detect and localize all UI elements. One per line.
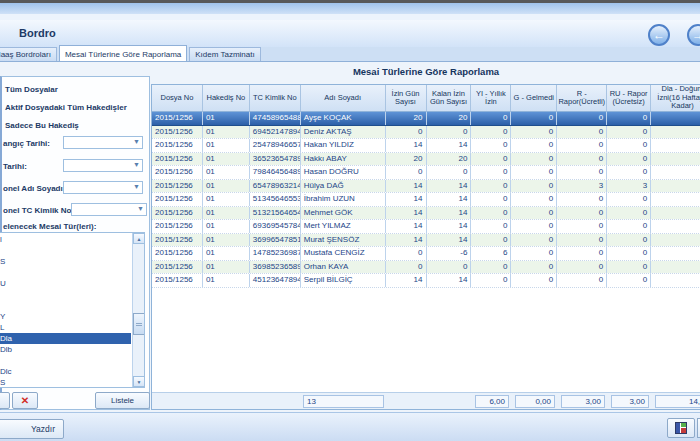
- list-item[interactable]: [0, 300, 131, 311]
- table-cell: 2015/1256: [152, 274, 203, 287]
- scrollbar-thumb[interactable]: [133, 313, 145, 335]
- list-item[interactable]: [0, 245, 131, 256]
- personnel-name-combo[interactable]: ▼: [63, 181, 143, 194]
- list-item[interactable]: S: [0, 256, 131, 267]
- personnel-tc-combo[interactable]: ▼: [71, 203, 147, 216]
- column-header-1[interactable]: Dosya No: [152, 85, 203, 112]
- tab-mesai-turlerine-gore-raporlama[interactable]: Mesai Türlerine Göre Raporlama: [59, 45, 187, 61]
- table-cell: 36985236589: [250, 261, 301, 274]
- radio-option-aktif-dosyadaki-tum-hakedisler[interactable]: Aktif Dosyadaki Tüm Hakedişler: [5, 103, 127, 112]
- mesai-types-listbox: lSUYLDlaDlbDlcSl ▲ ▼: [0, 232, 145, 388]
- column-header-7[interactable]: YI - Yıllık İzin: [471, 85, 511, 112]
- mesai-types-label: elenecek Mesai Tür(leri):: [3, 222, 96, 231]
- table-cell: [651, 207, 700, 220]
- back-button[interactable]: ←: [648, 24, 670, 46]
- table-cell: 2015/1256: [152, 139, 203, 152]
- table-row[interactable]: 2015/12560147458965488Ayşe KOÇAK20200000: [152, 112, 700, 126]
- table-cell: 0: [557, 166, 607, 179]
- start-date-combo[interactable]: ▼: [63, 136, 143, 149]
- table-cell: 0: [607, 193, 651, 206]
- arrow-right-icon: →: [692, 28, 700, 42]
- arrow-left-icon: ←: [653, 28, 665, 42]
- column-header-2[interactable]: Hakediş No: [203, 85, 250, 112]
- radio-option-sadece-bu-hakedis[interactable]: Sadece Bu Hakediş: [5, 121, 79, 130]
- table-row[interactable]: 2015/12560136996547851Murat ŞENSÖZ141400…: [152, 234, 700, 248]
- column-header-6[interactable]: Kalan İzin Gün Sayısı: [427, 85, 472, 112]
- scroll-down-icon[interactable]: ▼: [133, 376, 145, 387]
- scroll-up-icon[interactable]: ▲: [133, 233, 145, 244]
- table-cell: 0: [607, 234, 651, 247]
- table-cell: 14: [427, 180, 472, 193]
- table-cell: 14: [427, 193, 472, 206]
- table-cell: Hülya DAĞ: [301, 180, 386, 193]
- list-item[interactable]: Dlb: [0, 344, 131, 355]
- table-cell: [651, 112, 700, 125]
- column-header-10[interactable]: RU - Rapor (Ücretsiz): [607, 85, 651, 112]
- list-item[interactable]: Dlc: [0, 366, 131, 377]
- table-cell: 0: [511, 234, 557, 247]
- column-header-8[interactable]: G - Gelmedi: [511, 85, 557, 112]
- table-cell: [651, 234, 700, 247]
- table-row[interactable]: 2015/12560151345646553İbrahim UZUN141400…: [152, 193, 700, 207]
- table-cell: 0: [386, 247, 427, 260]
- table-cell: 01: [203, 207, 250, 220]
- list-item[interactable]: Y: [0, 311, 131, 322]
- table-cell: 2015/1256: [152, 234, 203, 247]
- clear-selection-button[interactable]: ✕: [12, 392, 38, 409]
- column-header-3[interactable]: TC Kimlik No: [250, 85, 301, 112]
- list-item[interactable]: Dla: [0, 333, 131, 344]
- print-button[interactable]: Yazdır: [0, 419, 64, 439]
- table-cell: 14: [386, 193, 427, 206]
- table-row[interactable]: 2015/12560145123647894Serpil BİLGİÇ14140…: [152, 274, 700, 288]
- table-cell: 0: [471, 274, 511, 287]
- table-cell: 0: [471, 207, 511, 220]
- personnel-name-label: onel Adı Soyadı:: [3, 184, 65, 193]
- table-cell: 0: [511, 207, 557, 220]
- table-row[interactable]: 2015/12560151321564654Mehmet GÖK14140000: [152, 207, 700, 221]
- listbox-scrollbar[interactable]: ▲ ▼: [132, 233, 144, 387]
- end-date-combo[interactable]: ▼: [63, 159, 143, 172]
- table-row[interactable]: 2015/12560114785236987Mustafa CENGİZ0-66…: [152, 247, 700, 261]
- export-button[interactable]: [667, 418, 695, 438]
- list-item[interactable]: U: [0, 278, 131, 289]
- column-header-4[interactable]: Adı Soyadı: [301, 85, 386, 112]
- table-cell: 14: [427, 139, 472, 152]
- table-cell: 0: [607, 247, 651, 260]
- table-cell: [651, 247, 700, 260]
- list-item[interactable]: [0, 289, 131, 300]
- table-row[interactable]: 2015/12560136985236589Orhan KAYA000000: [152, 261, 700, 275]
- table-cell: 0: [607, 166, 651, 179]
- list-item[interactable]: [0, 267, 131, 278]
- tab-kidem-tazminati[interactable]: Kıdem Tazminatı: [189, 47, 260, 61]
- filter-panel: Tüm Dosyalar Aktif Dosyadaki Tüm Hakediş…: [0, 76, 150, 410]
- list-item[interactable]: [0, 355, 131, 366]
- end-date-label: Tarihi:: [3, 162, 27, 171]
- table-cell: 2015/1256: [152, 220, 203, 233]
- table-row[interactable]: 2015/12560136523654789Hakkı ABAY20200000: [152, 153, 700, 167]
- listele-button[interactable]: Listele: [95, 392, 150, 409]
- table-cell: 45123647894: [250, 274, 301, 287]
- list-item[interactable]: l: [0, 234, 131, 245]
- table-cell: 36523654789: [250, 153, 301, 166]
- column-header-11[interactable]: Dla - Doğum İzni(16 Haftaya Kadar): [651, 85, 700, 112]
- table-cell: 0: [557, 153, 607, 166]
- table-cell: 0: [607, 274, 651, 287]
- column-header-5[interactable]: İzin Gün Sayısı: [386, 85, 427, 112]
- table-row[interactable]: 2015/12560179846456489Hasan DOĞRU000000: [152, 166, 700, 180]
- list-item[interactable]: L: [0, 322, 131, 333]
- tab-maas-bordrolari[interactable]: Maaş Bordroları: [0, 47, 57, 61]
- table-cell: 0: [607, 126, 651, 139]
- table-cell: 2015/1256: [152, 180, 203, 193]
- column-header-9[interactable]: R - Rapor(Ücretli): [557, 85, 607, 112]
- table-cell: 01: [203, 153, 250, 166]
- list-item[interactable]: S: [0, 377, 131, 388]
- radio-option-tum-dosyalar[interactable]: Tüm Dosyalar: [5, 85, 58, 94]
- table-row[interactable]: 2015/12560165478963214Hülya DAĞ14140033: [152, 180, 700, 194]
- table-cell: 01: [203, 247, 250, 260]
- table-row[interactable]: 2015/12560169369545784Mert YILMAZ1414000…: [152, 220, 700, 234]
- table-row[interactable]: 2015/12560169452147894Deniz AKTAŞ000000: [152, 126, 700, 140]
- table-cell: 0: [607, 153, 651, 166]
- partial-button[interactable]: [0, 392, 10, 409]
- table-row[interactable]: 2015/12560125478946657Hakan YILDIZ141400…: [152, 139, 700, 153]
- table-cell: 0: [557, 220, 607, 233]
